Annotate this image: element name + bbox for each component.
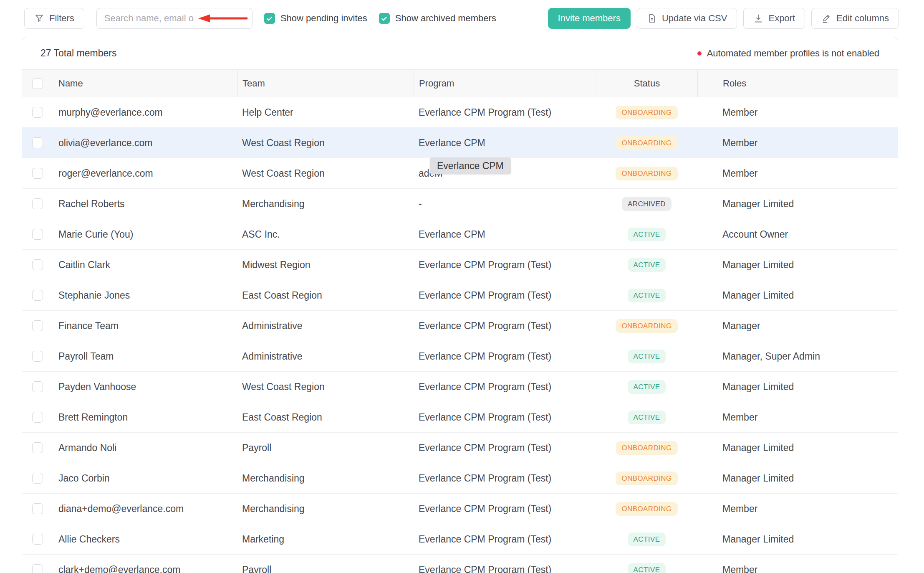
table-row[interactable]: Stephanie JonesEast Coast RegionEverlanc… — [22, 280, 898, 311]
row-checkbox[interactable] — [32, 198, 43, 209]
table-row[interactable]: Caitlin ClarkMidwest RegionEverlance CPM… — [22, 250, 898, 280]
status-badge: ONBOARDING — [616, 441, 677, 455]
column-header-status[interactable]: Status — [596, 70, 697, 97]
row-checkbox[interactable] — [32, 168, 43, 179]
table-row[interactable]: Marie Curie (You)ASC Inc.Everlance CPMAC… — [22, 219, 898, 250]
member-status-cell: ACTIVE — [596, 280, 697, 310]
member-roles: Manager Limited — [697, 524, 898, 554]
filters-button[interactable]: Filters — [24, 8, 84, 29]
row-checkbox[interactable] — [32, 473, 43, 484]
status-badge: ONBOARDING — [616, 502, 677, 516]
show-archived-members-checkbox[interactable]: Show archived members — [379, 13, 496, 24]
show-pending-invites-checkbox[interactable]: Show pending invites — [264, 13, 367, 24]
status-badge: ONBOARDING — [616, 319, 677, 333]
table-row[interactable]: Rachel RobertsMerchandising-ARCHIVEDMana… — [22, 189, 898, 219]
invite-members-button[interactable]: Invite members — [548, 8, 631, 29]
export-button[interactable]: Export — [743, 8, 805, 29]
row-checkbox[interactable] — [32, 381, 43, 392]
status-badge: ACTIVE — [628, 563, 666, 573]
member-team: Marketing — [237, 524, 414, 554]
member-roles: Member — [697, 128, 898, 158]
member-name: Allie Checkers — [53, 524, 237, 554]
members-page: Filters Show pending invites Show archiv… — [0, 0, 924, 573]
member-program: Everlance CPM Program (Test) — [414, 250, 596, 280]
table-row[interactable]: Brett RemingtonEast Coast RegionEverlanc… — [22, 402, 898, 433]
member-program: Everlance CPM Program (Test) — [414, 463, 596, 493]
annotation-arrow-icon — [195, 13, 248, 24]
member-name: olivia@everlance.com — [53, 128, 237, 158]
update-via-csv-button[interactable]: Update via CSV — [637, 8, 737, 29]
member-status-cell: ACTIVE — [596, 402, 697, 432]
member-program: Everlance CPM Program (Test) — [414, 524, 596, 554]
member-name: diana+demo@everlance.com — [53, 494, 237, 524]
member-team: Merchandising — [237, 189, 414, 219]
member-name: Armando Noli — [53, 433, 237, 463]
status-badge: ONBOARDING — [616, 167, 677, 180]
member-team: Payroll — [237, 433, 414, 463]
table-row[interactable]: Armando NoliPayrollEverlance CPM Program… — [22, 433, 898, 463]
table-row[interactable]: diana+demo@everlance.comMerchandisingEve… — [22, 494, 898, 524]
row-checkbox[interactable] — [32, 534, 43, 545]
total-members-count: 27 Total members — [40, 48, 116, 59]
row-checkbox[interactable] — [32, 412, 43, 423]
status-badge: ONBOARDING — [616, 472, 677, 485]
column-header-team[interactable]: Team — [237, 70, 414, 97]
toolbar: Filters Show pending invites Show archiv… — [24, 8, 899, 29]
table-row[interactable]: Jaco CorbinMerchandisingEverlance CPM Pr… — [22, 463, 898, 494]
member-name: clark+demo@everlance.com — [53, 555, 237, 573]
member-status-cell: ONBOARDING — [596, 158, 697, 188]
row-checkbox[interactable] — [32, 107, 43, 118]
table-row[interactable]: murphy@everlance.comHelp CenterEverlance… — [22, 97, 898, 128]
column-header-program[interactable]: Program — [414, 70, 596, 97]
status-badge: ACTIVE — [628, 228, 666, 241]
row-checkbox-cell — [22, 189, 53, 219]
member-name: murphy@everlance.com — [53, 97, 237, 127]
member-team: East Coast Region — [237, 402, 414, 432]
member-roles: Manager Limited — [697, 463, 898, 493]
row-checkbox[interactable] — [32, 320, 43, 331]
member-team: Merchandising — [237, 494, 414, 524]
table-row[interactable]: Allie CheckersMarketingEverlance CPM Pro… — [22, 524, 898, 555]
member-team: Help Center — [237, 97, 414, 127]
status-badge: ACTIVE — [628, 289, 666, 302]
table-row[interactable]: Finance TeamAdministrativeEverlance CPM … — [22, 311, 898, 341]
member-status-cell: ACTIVE — [596, 219, 697, 249]
select-all-checkbox[interactable] — [32, 78, 43, 89]
member-roles: Manager Limited — [697, 250, 898, 280]
row-checkbox-cell — [22, 280, 53, 310]
checkbox-checked-icon — [379, 13, 390, 24]
member-program: Everlance CPM — [414, 128, 596, 158]
member-team: Payroll — [237, 555, 414, 573]
row-checkbox[interactable] — [32, 290, 43, 301]
column-header-roles[interactable]: Roles — [697, 70, 898, 97]
table-row[interactable]: clark+demo@everlance.comPayrollEverlance… — [22, 555, 898, 573]
member-program: Everlance CPM Program (Test) — [414, 433, 596, 463]
table-row[interactable]: Payden VanhooseWest Coast RegionEverlanc… — [22, 372, 898, 402]
row-checkbox[interactable] — [32, 351, 43, 362]
member-status-cell: ONBOARDING — [596, 311, 697, 341]
row-checkbox[interactable] — [32, 442, 43, 453]
member-status-cell: ACTIVE — [596, 372, 697, 402]
row-checkbox-cell — [22, 494, 53, 524]
search-box — [96, 8, 252, 29]
member-program: Everlance CPM Program (Test) — [414, 402, 596, 432]
row-checkbox[interactable] — [32, 503, 43, 514]
member-roles: Member — [697, 158, 898, 188]
member-status-cell: ONBOARDING — [596, 97, 697, 127]
column-header-name[interactable]: Name — [53, 70, 237, 97]
row-checkbox[interactable] — [32, 137, 43, 148]
table-row[interactable]: Payroll TeamAdministrativeEverlance CPM … — [22, 341, 898, 372]
row-checkbox[interactable] — [32, 229, 43, 240]
member-name: Brett Remington — [53, 402, 237, 432]
row-checkbox[interactable] — [32, 259, 43, 270]
table-header: Name Team Program Status Roles — [22, 69, 898, 97]
member-name: Payden Vanhoose — [53, 372, 237, 402]
status-badge: ONBOARDING — [616, 136, 677, 150]
status-badge: ONBOARDING — [616, 106, 677, 119]
member-roles: Manager, Super Admin — [697, 341, 898, 371]
member-status-cell: ACTIVE — [596, 250, 697, 280]
table-row[interactable]: olivia@everlance.comWest Coast RegionEve… — [22, 128, 898, 158]
row-checkbox[interactable] — [32, 564, 43, 573]
member-program: Everlance CPM — [414, 219, 596, 249]
edit-columns-button[interactable]: Edit columns — [811, 8, 899, 29]
